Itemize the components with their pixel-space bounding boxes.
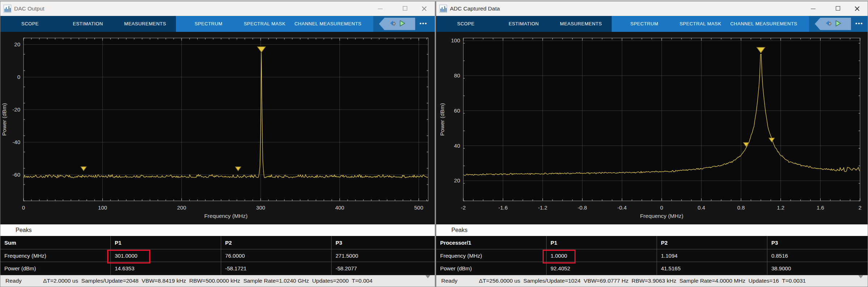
svg-text:2: 2 xyxy=(859,204,861,211)
spectrum-display: 0100200300400500200-20-40-60Frequency (M… xyxy=(0,32,435,224)
toolstrip-controls-section: ••• xyxy=(373,16,435,32)
column-header-p1: P1 xyxy=(111,236,221,249)
window-adc-captured-data: ADC Captured Data ••• SCOPE ESTIMATION M… xyxy=(435,1,868,287)
p2-power-value: 41.5165 xyxy=(657,262,767,275)
p3-power-value: -58.2077 xyxy=(332,262,435,275)
peaks-panel-title: Peaks xyxy=(451,227,467,233)
row-label-power: Power (dBm) xyxy=(0,262,111,275)
spectrum-display: -2-1.6-1.2-0.8-0.400.40.81.21.6210080604… xyxy=(436,32,868,224)
column-header-signal: Sum xyxy=(0,236,111,249)
status-info: ΔT=256.0000 us Samples/Update=1024 VBW=6… xyxy=(479,275,806,286)
annotation-highlight-box xyxy=(107,250,150,263)
row-label-frequency: Frequency (MHz) xyxy=(436,249,547,262)
column-header-p3: P3 xyxy=(332,236,435,249)
svg-text:-1.6: -1.6 xyxy=(498,204,508,211)
p1-power-value: 14.6353 xyxy=(111,262,221,275)
tab-spectral-mask[interactable]: SPECTRAL MASK xyxy=(244,16,285,32)
svg-text:-40: -40 xyxy=(12,139,20,145)
tab-estimation[interactable]: ESTIMATION xyxy=(73,16,103,32)
column-header-signal: Processor/1 xyxy=(436,236,547,249)
simulation-controls xyxy=(815,18,851,30)
svg-text:40: 40 xyxy=(454,143,460,149)
svg-text:Frequency (MHz): Frequency (MHz) xyxy=(204,213,248,219)
status-ready: Ready xyxy=(5,275,22,286)
svg-text:200: 200 xyxy=(177,204,186,211)
maximize-button[interactable] xyxy=(830,1,847,16)
tab-spectrum[interactable]: SPECTRUM xyxy=(631,16,658,32)
window-dac-output: DAC Output ••• SCOPE ESTIMATION MEASUREM… xyxy=(0,1,435,287)
status-bar: Ready ΔT=256.0000 us Samples/Update=1024… xyxy=(436,275,868,287)
annotation-highlight-box xyxy=(543,250,576,263)
p3-frequency-value: 271.5000 xyxy=(332,249,435,262)
column-header-p2: P2 xyxy=(657,236,767,249)
triangle-marker-icon[interactable] xyxy=(858,278,864,285)
svg-text:20: 20 xyxy=(454,177,460,183)
peaks-panel-title: Peaks xyxy=(16,227,31,233)
tab-scope[interactable]: SCOPE xyxy=(457,16,475,32)
status-bar: Ready ΔT=2.0000 us Samples/Update=2048 V… xyxy=(0,275,435,287)
svg-text:100: 100 xyxy=(451,37,460,43)
toolstrip: ••• SCOPE ESTIMATION MEASUREMENTS SPECTR… xyxy=(0,16,435,32)
tab-scope[interactable]: SCOPE xyxy=(21,16,39,32)
triangle-marker-icon[interactable] xyxy=(425,278,431,285)
svg-text:Power (dBm): Power (dBm) xyxy=(1,103,7,136)
p2-power-value: -58.1721 xyxy=(221,262,332,275)
play-icon[interactable] xyxy=(399,20,405,28)
minimize-button[interactable] xyxy=(372,1,388,16)
svg-text:300: 300 xyxy=(256,204,265,211)
spectrum-analyzer-icon xyxy=(4,4,11,13)
ellipsis-icon[interactable]: ••• xyxy=(855,16,863,32)
tab-channel-measurements[interactable]: CHANNEL MEASUREMENTS xyxy=(294,16,361,32)
window-title: ADC Captured Data xyxy=(450,1,500,16)
column-header-p2: P2 xyxy=(221,236,332,249)
tab-measurements[interactable]: MEASUREMENTS xyxy=(560,16,602,32)
peaks-table: Sum P1 P2 P3 Frequency (MHz) 301.0000 76… xyxy=(0,236,435,275)
svg-text:1.6: 1.6 xyxy=(817,204,824,211)
play-icon[interactable] xyxy=(835,20,841,28)
svg-text:-2: -2 xyxy=(461,204,465,211)
svg-text:100: 100 xyxy=(98,204,107,211)
svg-text:400: 400 xyxy=(335,204,344,211)
column-header-p3: P3 xyxy=(767,236,868,249)
svg-text:1.2: 1.2 xyxy=(777,204,784,211)
svg-text:0.8: 0.8 xyxy=(737,204,745,211)
spectrum-analyzer-icon xyxy=(439,4,447,13)
toolstrip-controls-section: ••• xyxy=(809,16,868,32)
simulation-controls xyxy=(379,18,415,30)
step-gear-icon[interactable] xyxy=(389,20,396,28)
maximize-button[interactable] xyxy=(397,1,414,16)
status-info: ΔT=2.0000 us Samples/Update=2048 VBW=8.8… xyxy=(43,275,372,286)
close-button[interactable] xyxy=(416,1,433,16)
tab-channel-measurements[interactable]: CHANNEL MEASUREMENTS xyxy=(730,16,797,32)
p2-frequency-value: 76.0000 xyxy=(221,249,332,262)
svg-text:20: 20 xyxy=(14,41,20,47)
status-ready: Ready xyxy=(441,275,458,286)
row-label-power: Power (dBm) xyxy=(436,262,547,275)
svg-text:-0.4: -0.4 xyxy=(617,204,627,211)
step-gear-icon[interactable] xyxy=(825,20,832,28)
toolstrip: ••• SCOPE ESTIMATION MEASUREMENTS SPECTR… xyxy=(436,16,868,32)
ellipsis-icon[interactable]: ••• xyxy=(420,16,427,32)
p3-frequency-value: 0.8516 xyxy=(767,249,868,262)
svg-text:Power (dBm): Power (dBm) xyxy=(439,103,445,136)
peaks-panel-header: Peaks xyxy=(0,224,435,236)
peaks-table: Processor/1 P1 P2 P3 Frequency (MHz) 1.0… xyxy=(436,236,868,275)
p3-power-value: 38.9000 xyxy=(767,262,868,275)
row-label-frequency: Frequency (MHz) xyxy=(0,249,111,262)
svg-text:0.4: 0.4 xyxy=(698,204,705,211)
title-bar[interactable]: DAC Output xyxy=(0,1,435,16)
tab-measurements[interactable]: MEASUREMENTS xyxy=(124,16,166,32)
svg-text:0: 0 xyxy=(17,74,20,80)
svg-text:60: 60 xyxy=(454,107,460,114)
tab-spectrum[interactable]: SPECTRUM xyxy=(195,16,223,32)
svg-text:-60: -60 xyxy=(12,172,20,178)
close-button[interactable] xyxy=(849,1,865,16)
tab-estimation[interactable]: ESTIMATION xyxy=(509,16,539,32)
minimize-button[interactable] xyxy=(805,1,821,16)
tab-spectral-mask[interactable]: SPECTRAL MASK xyxy=(679,16,721,32)
svg-text:-0.8: -0.8 xyxy=(578,204,587,211)
svg-text:0: 0 xyxy=(660,204,663,211)
title-bar[interactable]: ADC Captured Data xyxy=(436,1,868,16)
p2-frequency-value: 1.1094 xyxy=(657,249,767,262)
svg-text:80: 80 xyxy=(454,72,460,79)
